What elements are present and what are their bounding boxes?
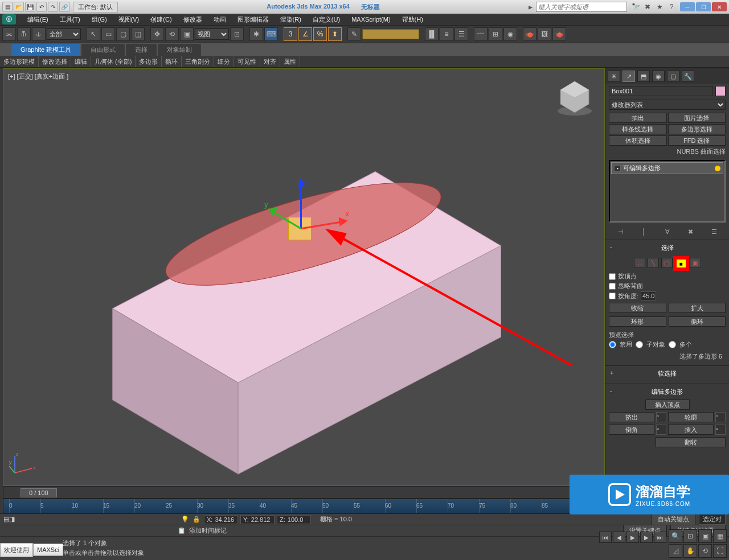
hierarchy-tab-icon[interactable]: ⬒ [637, 71, 650, 82]
panel-align[interactable]: 对齐 [260, 56, 280, 67]
shrink-button[interactable]: 收缩 [609, 303, 666, 313]
configure-icon[interactable]: ☰ [709, 227, 719, 236]
inset-settings-icon[interactable]: ▫ [715, 425, 726, 435]
menu-rendering[interactable]: 渲染(R) [275, 15, 307, 24]
menu-modifiers[interactable]: 修改器 [178, 15, 208, 24]
vertex-subobj-icon[interactable]: ∴ [634, 258, 645, 268]
lock-icon[interactable]: 🔒 [193, 516, 200, 523]
window-crossing-icon[interactable]: ◫ [131, 27, 145, 41]
snap-3d-icon[interactable]: 3 [284, 27, 297, 41]
schematic-icon[interactable]: ⊞ [489, 27, 502, 41]
coord-y[interactable]: Y:22.812 [240, 515, 275, 524]
btn-patch-select[interactable]: 面片选择 [668, 113, 726, 123]
polygon-subobj-icon[interactable]: ■ [675, 258, 687, 269]
flip-button[interactable]: 翻转 [656, 437, 726, 447]
maximize-button[interactable]: ☐ [696, 2, 711, 11]
preview-multi-radio[interactable] [669, 341, 676, 348]
outline-settings-icon[interactable]: ▫ [715, 412, 726, 422]
undo-icon[interactable]: ↶ [36, 2, 47, 12]
zoom-extents-icon[interactable]: ▣ [698, 529, 712, 543]
panel-loops[interactable]: 循环 [162, 56, 182, 67]
frame-indicator[interactable]: 0 / 100 [21, 488, 57, 497]
coord-x[interactable]: X:34.216 [204, 515, 238, 524]
new-icon[interactable]: ▤ [2, 2, 13, 12]
open-icon[interactable]: 📂 [14, 2, 24, 12]
panel-properties[interactable]: 属性 [280, 56, 300, 67]
modifier-list-dropdown[interactable]: 修改器列表 [609, 100, 726, 110]
keymode-dropdown[interactable]: 选定对 [699, 514, 726, 525]
named-selection-dropdown[interactable] [362, 29, 419, 39]
btn-poly-select[interactable]: 多边形选择 [668, 124, 726, 134]
btn-vol-select[interactable]: 体积选择 [609, 135, 667, 146]
rotate-icon[interactable]: ⟲ [165, 27, 179, 41]
angle-spinner[interactable]: 45.0 [641, 291, 656, 300]
isolate-icon[interactable]: 💡 [181, 516, 189, 523]
bevel-button[interactable]: 倒角 [609, 425, 654, 435]
show-end-icon[interactable]: │ [639, 227, 649, 236]
selection-filter-dropdown[interactable]: 全部 [47, 28, 81, 40]
app-menu-icon[interactable]: ⓢ [2, 14, 16, 24]
spinner-snap-icon[interactable]: ⬍ [328, 27, 342, 41]
viewcube[interactable] [552, 76, 597, 121]
menu-views[interactable]: 视图(V) [113, 15, 145, 24]
menu-maxscript[interactable]: MAXScript(M) [346, 16, 396, 23]
link-icon[interactable]: 🔗 [59, 2, 69, 12]
element-subobj-icon[interactable]: ▣ [690, 258, 701, 268]
timetag-icon[interactable]: 📋 [178, 527, 186, 534]
exchange-icon[interactable]: ✖ [642, 2, 653, 12]
play-icon[interactable]: ▶ [626, 532, 639, 543]
menu-group[interactable]: 组(G) [86, 15, 113, 24]
goto-start-icon[interactable]: ⏮ [599, 532, 612, 543]
stack-item-editable-poly[interactable]: ▪ 可编辑多边形 [611, 162, 723, 174]
help-icon[interactable]: ? [666, 2, 677, 12]
menu-grapheditors[interactable]: 图形编辑器 [232, 15, 275, 24]
time-slider[interactable]: 0 / 100 [3, 486, 605, 499]
nurbs-row[interactable]: NURBS 曲面选择 [605, 147, 729, 157]
panel-polygons[interactable]: 多边形 [136, 56, 162, 67]
curve-editor-icon[interactable]: 〰 [474, 27, 488, 41]
extrude-settings-icon[interactable]: ▫ [656, 412, 666, 422]
ignore-backface-checkbox[interactable] [609, 283, 616, 290]
inset-button[interactable]: 插入 [668, 425, 714, 435]
panel-poly-model[interactable]: 多边形建模 [0, 56, 39, 67]
binoculars-icon[interactable]: 🔭 [630, 2, 641, 12]
menu-edit[interactable]: 编辑(E) [22, 15, 54, 24]
btn-extract[interactable]: 抽出 [609, 113, 667, 123]
fov-icon[interactable]: ◿ [669, 544, 682, 558]
search-input[interactable] [536, 2, 627, 12]
move-icon[interactable]: ✥ [150, 27, 164, 41]
by-vertex-checkbox[interactable] [609, 273, 616, 280]
redo-icon[interactable]: ↷ [48, 2, 58, 12]
maximize-viewport-icon[interactable]: ⛶ [713, 544, 727, 558]
make-unique-icon[interactable]: ∀ [662, 227, 673, 236]
preview-sub-radio[interactable] [636, 341, 643, 348]
goto-end-icon[interactable]: ⏭ [654, 532, 666, 543]
mirror-icon[interactable]: ▐▌ [425, 27, 439, 41]
next-frame-icon[interactable]: ▶ [640, 532, 653, 543]
refcoord-dropdown[interactable]: 视图 [195, 28, 229, 40]
edit-named-sel-icon[interactable]: ✎ [347, 27, 361, 41]
angle-snap-icon[interactable]: ∠ [298, 27, 312, 41]
outline-button[interactable]: 轮廓 [668, 412, 714, 422]
expand-icon[interactable]: ▪ [614, 165, 621, 172]
menu-customize[interactable]: 自定义(U) [307, 15, 346, 24]
modify-tab-icon[interactable]: ↗ [622, 71, 635, 82]
tab-selection[interactable]: 选择 [126, 44, 157, 56]
preview-none-radio[interactable] [609, 341, 616, 348]
autokey-button[interactable]: 自动关键点 [652, 513, 695, 525]
scale-icon[interactable]: ▣ [180, 27, 194, 41]
star-icon[interactable]: ★ [654, 2, 665, 12]
tab-paint[interactable]: 对象绘制 [158, 44, 201, 56]
ring-button[interactable]: 环形 [609, 316, 666, 327]
zoom-icon[interactable]: 🔍 [669, 529, 682, 543]
edge-subobj-icon[interactable]: ╲ [648, 258, 659, 268]
link-icon[interactable]: ⫘ [2, 27, 16, 41]
coord-z[interactable]: Z:100.0 [277, 515, 311, 524]
unlink-icon[interactable]: ⫚ [17, 27, 31, 41]
select-name-icon[interactable]: ▭ [101, 27, 115, 41]
pin-stack-icon[interactable]: ⊣ [616, 227, 626, 236]
zoom-extents-all-icon[interactable]: ▦ [713, 529, 727, 543]
panel-modify-sel[interactable]: 修改选择 [39, 56, 71, 67]
select-manipulate-icon[interactable]: ✱ [249, 27, 263, 41]
insert-vertex-button[interactable]: 插入顶点 [645, 400, 690, 410]
